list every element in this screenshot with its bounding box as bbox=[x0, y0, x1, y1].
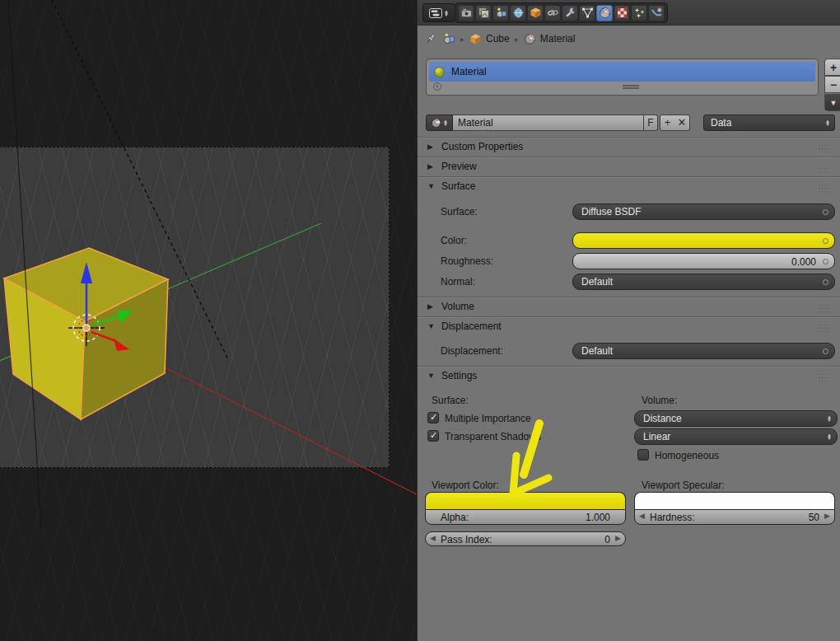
hardness-slider[interactable]: ◀ Hardness: 50 ▶ bbox=[634, 509, 835, 525]
node-socket-icon bbox=[823, 349, 828, 354]
transparent-shadows-label: Transparent Shadows bbox=[445, 431, 541, 442]
pin-icon[interactable] bbox=[424, 32, 437, 45]
panel-grip-icon[interactable] bbox=[818, 305, 833, 311]
displacement-label: Displacement: bbox=[441, 345, 503, 357]
unlink-material-button[interactable]: ✕ bbox=[674, 115, 690, 131]
remove-slot-button[interactable]: − bbox=[824, 76, 840, 93]
panel-grip-icon[interactable] bbox=[818, 145, 833, 152]
panel-grip-icon[interactable] bbox=[818, 165, 833, 171]
slot-specials-button[interactable]: ▼ bbox=[824, 94, 840, 111]
decrement-arrow-icon[interactable]: ◀ bbox=[639, 512, 645, 520]
tab-texture[interactable] bbox=[614, 5, 630, 21]
tab-object-data[interactable] bbox=[579, 5, 595, 21]
section-displacement[interactable]: Displacement bbox=[418, 316, 840, 335]
node-socket-icon bbox=[823, 238, 828, 244]
hardness-value: 50 bbox=[809, 512, 819, 523]
link-source-dropdown[interactable]: Data ▲▼ bbox=[703, 115, 835, 131]
roughness-row: Roughness: 0.000 bbox=[418, 253, 840, 269]
pass-index-field[interactable]: ◀ Pass Index: 0 ▶ bbox=[425, 531, 626, 546]
material-slot-selected[interactable]: Material bbox=[429, 62, 815, 82]
new-material-button[interactable]: + bbox=[660, 115, 675, 131]
material-sphere-icon bbox=[431, 118, 441, 129]
normal-row: Normal: Default bbox=[418, 274, 840, 290]
section-settings[interactable]: Settings bbox=[418, 366, 840, 385]
blender-window: ▲▼ bbox=[0, 0, 840, 641]
homogeneous-checkbox[interactable] bbox=[637, 449, 649, 461]
tab-render[interactable] bbox=[458, 5, 474, 21]
world-icon bbox=[512, 7, 525, 19]
volume-sampling-dropdown[interactable]: Distance ▲▼ bbox=[634, 410, 838, 427]
tab-scene[interactable] bbox=[492, 5, 509, 21]
3d-viewport[interactable] bbox=[0, 0, 417, 641]
add-slot-button[interactable]: + bbox=[824, 58, 840, 76]
browse-arrows: ▲▼ bbox=[443, 119, 448, 126]
transparent-shadows-checkbox[interactable] bbox=[427, 430, 439, 442]
collapse-triangle-icon bbox=[427, 372, 436, 380]
section-label: Displacement bbox=[441, 320, 502, 332]
material-datablock-row: ▲▼ F + ✕ Data ▲▼ bbox=[426, 115, 835, 131]
fake-user-button[interactable]: F bbox=[644, 115, 658, 131]
link-source-value: Data bbox=[711, 117, 731, 129]
surface-shader-dropdown[interactable]: Diffuse BSDF bbox=[572, 204, 835, 220]
render-layers-icon bbox=[478, 7, 490, 19]
hardness-label: Hardness: bbox=[650, 512, 695, 523]
tab-render-layers[interactable] bbox=[475, 5, 492, 21]
tab-object[interactable] bbox=[527, 5, 544, 21]
properties-panel: ▲▼ bbox=[417, 0, 840, 641]
node-socket-icon bbox=[823, 279, 828, 285]
increment-arrow-icon[interactable]: ▶ bbox=[615, 534, 621, 542]
roughness-value: 0.000 bbox=[791, 256, 816, 268]
tab-material[interactable] bbox=[596, 5, 613, 21]
breadcrumb-material[interactable]: Material bbox=[524, 33, 576, 45]
collapse-triangle-icon bbox=[427, 322, 436, 330]
color-row: Color: bbox=[418, 232, 840, 249]
decrement-arrow-icon[interactable]: ◀ bbox=[430, 534, 436, 542]
collapse-triangle-icon bbox=[427, 182, 436, 190]
normal-dropdown[interactable]: Default bbox=[572, 274, 835, 290]
normal-value: Default bbox=[581, 276, 613, 288]
section-custom-properties[interactable]: Custom Properties bbox=[418, 137, 840, 156]
section-preview[interactable]: Preview bbox=[418, 157, 840, 175]
material-slot-label: Material bbox=[451, 66, 487, 77]
slot-list-buttons: + − ▼ bbox=[824, 58, 840, 111]
alpha-value: 1.000 bbox=[586, 512, 610, 523]
scene-icon[interactable] bbox=[442, 32, 455, 45]
material-name-field[interactable] bbox=[453, 115, 644, 131]
volume-sampling-value: Distance bbox=[643, 413, 682, 424]
increment-arrow-icon[interactable]: ▶ bbox=[824, 512, 830, 520]
surface-label: Surface: bbox=[441, 206, 478, 218]
tab-physics[interactable] bbox=[648, 5, 665, 21]
panel-grip-icon[interactable] bbox=[818, 374, 833, 381]
section-surface[interactable]: Surface bbox=[418, 176, 840, 195]
browse-material-button[interactable]: ▲▼ bbox=[426, 115, 453, 131]
tab-modifiers[interactable] bbox=[562, 5, 578, 21]
material-sphere-icon bbox=[599, 7, 611, 19]
section-volume[interactable]: Volume bbox=[418, 297, 840, 316]
viewport-specular-swatch[interactable] bbox=[634, 492, 835, 509]
roughness-slider[interactable]: 0.000 bbox=[572, 253, 835, 269]
dropdown-arrows: ▲▼ bbox=[827, 415, 832, 422]
properties-header: ▲▼ bbox=[418, 0, 840, 26]
tab-constraints[interactable] bbox=[544, 5, 561, 21]
dropdown-arrows: ▲▼ bbox=[825, 119, 830, 126]
panel-grip-icon[interactable] bbox=[818, 185, 833, 191]
texture-checker-icon bbox=[616, 7, 628, 19]
multiple-importance-checkbox[interactable] bbox=[427, 412, 439, 423]
physics-icon bbox=[651, 7, 663, 19]
alpha-slider[interactable]: Alpha: 1.000 bbox=[425, 509, 626, 525]
list-resize-grip[interactable] bbox=[623, 85, 639, 89]
material-sphere-icon bbox=[433, 66, 446, 78]
tab-world[interactable] bbox=[510, 5, 526, 21]
section-label: Preview bbox=[441, 161, 477, 172]
volume-interpolation-dropdown[interactable]: Linear ▲▼ bbox=[634, 428, 838, 445]
cone-line bbox=[8, 0, 41, 527]
displacement-dropdown[interactable]: Default bbox=[572, 343, 835, 359]
breadcrumb-object[interactable]: Cube bbox=[469, 33, 510, 45]
filter-icon[interactable]: + bbox=[433, 82, 441, 91]
editor-type-selector[interactable]: ▲▼ bbox=[422, 3, 455, 22]
properties-editor-icon bbox=[429, 8, 442, 18]
viewport-color-swatch[interactable] bbox=[425, 492, 626, 509]
diffuse-color-swatch[interactable] bbox=[572, 232, 835, 249]
panel-grip-icon[interactable] bbox=[818, 325, 833, 331]
tab-particles[interactable] bbox=[631, 5, 647, 21]
